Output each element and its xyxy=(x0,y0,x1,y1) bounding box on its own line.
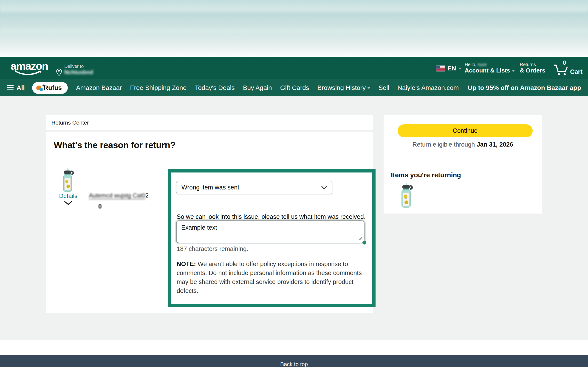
language-selector[interactable]: EN xyxy=(436,65,462,72)
divider xyxy=(391,163,535,163)
hamburger-menu-icon[interactable] xyxy=(7,85,14,90)
account-lists-label: Account & Lists xyxy=(465,67,510,74)
resize-grip-icon[interactable] xyxy=(359,237,362,240)
policy-note: NOTE: We aren’t able to offer policy exc… xyxy=(177,260,368,295)
chevron-down-icon xyxy=(321,186,327,190)
breadcrumb: Returns Center xyxy=(46,115,373,130)
continue-button[interactable]: Continue xyxy=(398,124,533,137)
cart-icon xyxy=(553,63,570,76)
reason-select[interactable]: Wrong item was sent xyxy=(176,181,332,194)
account-menu[interactable]: Hello, nuor Account & Lists xyxy=(465,62,515,74)
returns-orders[interactable]: Returns & Orders xyxy=(520,62,545,74)
back-to-top-button[interactable]: Back to top xyxy=(0,361,588,367)
nav-item-browsing-history[interactable]: Browsing History xyxy=(317,84,370,92)
comment-textarea[interactable]: Example text xyxy=(176,220,364,243)
cart-count: 0 xyxy=(563,59,566,66)
returns-label: Returns xyxy=(520,62,545,67)
nav-item-free-shipping-zone[interactable]: Free Shipping Zone xyxy=(130,84,187,92)
reason-panel: Wrong item was sent So we can look into … xyxy=(168,169,376,307)
orders-label: & Orders xyxy=(520,67,545,74)
hello-name: nuor xyxy=(478,62,487,67)
product-title-line2: 0 xyxy=(98,203,102,210)
deliver-to-location: Nchtusbnd xyxy=(64,69,93,75)
cursor-dot xyxy=(363,241,366,244)
comment-label: So we can look into this issue, please t… xyxy=(177,213,365,220)
nav-item-gift-cards[interactable]: Gift Cards xyxy=(280,84,309,92)
characters-remaining: 187 characters remaining. xyxy=(177,245,248,252)
nav-promo-banner[interactable]: Up to 95% off on Amazon Bazaar app xyxy=(468,84,581,92)
nav-all-button[interactable]: All xyxy=(17,84,25,92)
breadcrumb-returns-center[interactable]: Returns Center xyxy=(52,119,89,126)
hello-label: Hello, xyxy=(465,62,476,67)
rufus-sparkle-icon: ✦ xyxy=(42,83,45,88)
comment-field-wrapper: Example text xyxy=(176,220,364,243)
product-image[interactable] xyxy=(61,168,74,192)
us-flag-icon xyxy=(436,66,445,71)
return-reason-card: What's the reason for return? Details Au… xyxy=(46,132,373,313)
returning-item-image[interactable] xyxy=(399,181,413,209)
nav-rufus-button[interactable]: ✦ Rufus xyxy=(32,82,68,94)
return-summary-card: Continue Return eligible through Jan 31,… xyxy=(384,115,542,214)
rufus-icon-blue xyxy=(40,88,43,91)
return-eligible-text: Return eligible through Jan 31, 2026 xyxy=(384,141,542,148)
nav-item-todays-deals[interactable]: Today's Deals xyxy=(195,84,234,92)
hero-banner xyxy=(0,0,588,57)
language-label: EN xyxy=(447,65,456,72)
site-footer: Back to top xyxy=(0,355,588,367)
product-title: Autemcd wujstg Cat02 xyxy=(89,192,149,199)
reason-selected-value: Wrong item was sent xyxy=(182,184,239,191)
nav-item-amazon-bazaar[interactable]: Amazon Bazaar xyxy=(76,84,122,92)
details-chevron-down-icon[interactable] xyxy=(64,201,73,205)
main-nav: All ✦ Rufus Amazon Bazaar Free Shipping … xyxy=(0,79,588,96)
amazon-logo-text: amazon xyxy=(10,60,48,72)
nav-item-naiyies-amazon[interactable]: Naiyie's Amazon.com xyxy=(398,84,459,92)
cart-button[interactable]: 0 Cart xyxy=(553,62,585,76)
chevron-down-icon xyxy=(512,70,515,72)
chevron-down-icon xyxy=(458,68,462,69)
nav-item-buy-again[interactable]: Buy Again xyxy=(243,84,272,92)
details-link[interactable]: Details xyxy=(58,192,78,200)
amazon-logo[interactable]: amazon xyxy=(10,60,48,75)
deliver-to[interactable]: Deliver to Nchtusbnd xyxy=(64,64,93,75)
location-pin-icon xyxy=(56,68,62,77)
page-title: What's the reason for return? xyxy=(54,140,175,150)
items-returning-heading: Items you're returning xyxy=(391,171,461,179)
rufus-label: Rufus xyxy=(44,84,62,92)
deliver-to-label: Deliver to xyxy=(64,64,93,69)
footer-spacer xyxy=(0,340,588,355)
nav-item-sell[interactable]: Sell xyxy=(379,84,389,92)
cart-label: Cart xyxy=(570,68,582,75)
site-header: amazon Deliver to Nchtusbnd All xyxy=(0,57,588,79)
chevron-down-icon xyxy=(367,87,370,89)
